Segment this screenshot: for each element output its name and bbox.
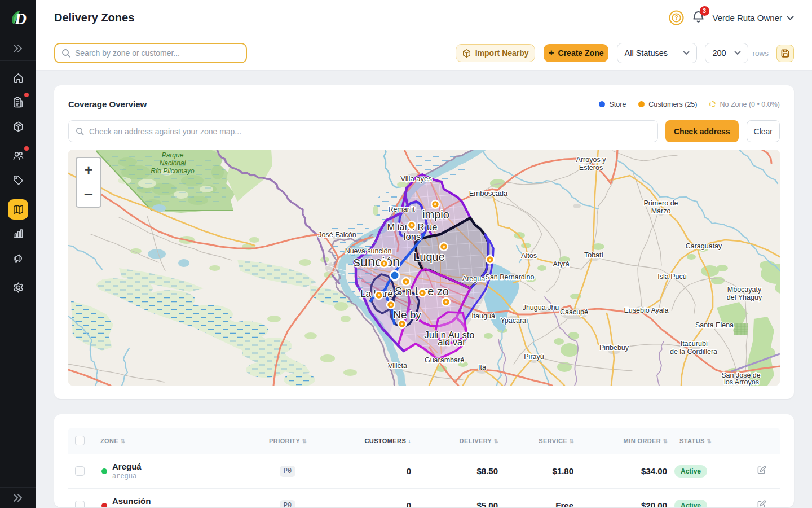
- svg-text:Guarambaré: Guarambaré: [425, 356, 464, 364]
- svg-text:Primero de: Primero de: [643, 199, 678, 207]
- svg-text:Parque: Parque: [162, 151, 184, 159]
- svg-text:lons: lons: [404, 231, 421, 242]
- svg-text:Villa ayes: Villa ayes: [400, 174, 432, 183]
- svg-text:de la Cordillera: de la Cordillera: [670, 348, 717, 356]
- svg-text:D: D: [14, 10, 27, 28]
- svg-text:ald var: ald var: [438, 337, 466, 347]
- svg-text:Río Pilcomayo: Río Pilcomayo: [151, 167, 195, 175]
- svg-text:Itacurubí: Itacurubí: [681, 340, 708, 348]
- svg-text:sunción: sunción: [354, 254, 400, 269]
- svg-text:Atyrá: Atyrá: [553, 260, 569, 268]
- svg-text:Isla Pucú: Isla Pucú: [657, 273, 686, 281]
- svg-text:?: ?: [674, 15, 678, 21]
- svg-text:Pirayú: Pirayú: [524, 353, 544, 361]
- svg-text:Santa Elena: Santa Elena: [695, 321, 734, 329]
- svg-text:Marzo: Marzo: [651, 207, 671, 215]
- svg-text:Esteros: Esteros: [579, 164, 603, 172]
- svg-text:impio: impio: [422, 208, 449, 221]
- svg-text:Jhugua Jhu: Jhugua Jhu: [523, 304, 559, 312]
- svg-text:Mbocayaty: Mbocayaty: [727, 286, 762, 294]
- svg-text:Ypacaraí: Ypacaraí: [500, 317, 528, 325]
- svg-text:José Falcón: José Falcón: [318, 231, 356, 239]
- svg-text:Ne by: Ne by: [393, 309, 421, 321]
- svg-text:Luque: Luque: [413, 251, 445, 263]
- svg-text:Piribebuy: Piribebuy: [599, 344, 629, 352]
- svg-text:Eusebio Ayala: Eusebio Ayala: [624, 306, 669, 314]
- svg-text:Itá: Itá: [478, 364, 486, 371]
- svg-text:Villeta: Villeta: [388, 362, 407, 370]
- svg-text:Altos: Altos: [521, 252, 537, 260]
- svg-text:Caacupé: Caacupé: [560, 308, 588, 316]
- svg-text:Nacional: Nacional: [160, 159, 186, 167]
- svg-text:San Bernardino: San Bernardino: [486, 273, 535, 281]
- svg-text:Caraguatay: Caraguatay: [686, 242, 722, 250]
- svg-text:Itauguá: Itauguá: [471, 312, 495, 320]
- svg-text:Emboscada: Emboscada: [469, 189, 508, 198]
- svg-text:Tobatí: Tobatí: [584, 251, 604, 259]
- svg-text:Remar it: Remar it: [388, 205, 415, 213]
- svg-text:Aregua: Aregua: [462, 275, 485, 283]
- svg-text:Arroyos y: Arroyos y: [576, 156, 607, 164]
- svg-text:los Arroyos: los Arroyos: [724, 378, 759, 386]
- svg-text:del Yhaguy: del Yhaguy: [727, 294, 762, 301]
